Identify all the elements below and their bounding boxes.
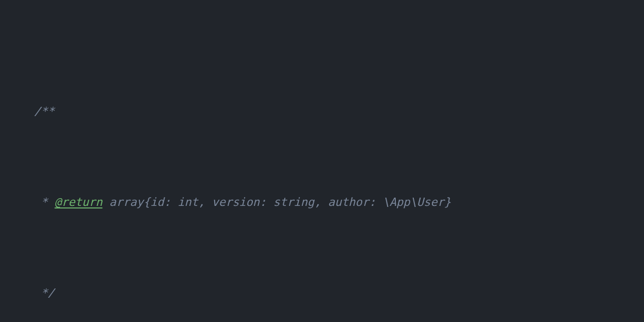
docblock-close: */ <box>34 286 55 299</box>
code-line-docblock-close[interactable]: */ <box>0 282 644 304</box>
docblock-star: * <box>34 196 55 208</box>
code-line-docblock-open[interactable]: /** <box>0 100 644 123</box>
phpdoc-return-desc: array{id: int, version: string, author: … <box>102 196 451 208</box>
code-line-return-tag[interactable]: * @return array{id: int, version: string… <box>0 191 644 214</box>
code-editor[interactable]: /** * @return array{id: int, version: st… <box>0 0 644 322</box>
phpdoc-return-tag: @return <box>55 196 103 208</box>
docblock-open: /** <box>34 105 55 118</box>
